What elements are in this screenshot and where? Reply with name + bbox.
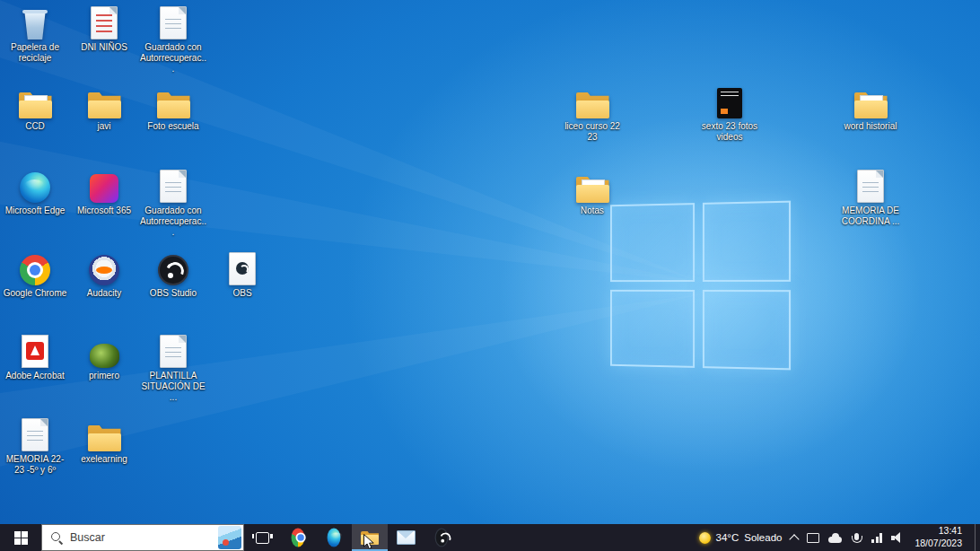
display-icon[interactable] <box>807 533 819 543</box>
desktop-icon-ccd[interactable]: CCD <box>1 84 69 132</box>
desktop-icon-label: Papelera de reciclaje <box>2 42 68 64</box>
desktop-icon-liceo-curso-22-23[interactable]: liceo curso 22 23 <box>558 84 626 143</box>
icon-glyph <box>22 334 48 368</box>
network-icon[interactable] <box>871 533 882 543</box>
cloud-icon[interactable] <box>828 537 842 543</box>
icon-glyph <box>88 417 121 451</box>
desktop-icon-google-chrome[interactable]: Google Chrome <box>1 251 69 299</box>
folder-icon <box>854 92 888 118</box>
windows-logo-icon <box>14 531 28 545</box>
taskbar-chrome-button[interactable] <box>280 524 316 551</box>
recycle-bin-icon <box>22 9 48 39</box>
taskbar-file-explorer-button[interactable] <box>352 524 388 551</box>
desktop-icon-label: javi <box>97 121 110 132</box>
desktop-icon-audacity[interactable]: Audacity <box>70 251 138 299</box>
search-icon <box>51 532 63 544</box>
file-explorer-icon <box>361 531 379 545</box>
icon-glyph <box>89 251 119 285</box>
icon-glyph <box>323 527 345 548</box>
icon-glyph <box>287 527 309 548</box>
desktop-icon-guardado-1[interactable]: Guardado con Autorrecuperac... <box>139 5 207 74</box>
icon-glyph <box>20 251 50 285</box>
taskbar-edge-button[interactable] <box>316 524 352 551</box>
desktop-icon-obs[interactable]: OBS <box>208 251 276 299</box>
windows-logo-pane <box>610 289 695 368</box>
desktop-icon-primero[interactable]: primero <box>70 334 138 381</box>
icon-glyph <box>88 84 121 118</box>
windows-flag-square <box>14 531 21 538</box>
volume-icon[interactable] <box>891 532 902 543</box>
show-desktop-button[interactable] <box>975 524 980 551</box>
taskbar-clock[interactable]: 13:41 18/07/2023 <box>911 525 966 549</box>
taskbar-mail-button[interactable] <box>388 524 424 551</box>
desktop-icon-word-historial[interactable]: word historial <box>836 84 905 132</box>
desktop-icon-dni-ninos[interactable]: DNI NIÑOS <box>70 5 138 53</box>
icon-glyph <box>717 84 742 118</box>
folder-icon <box>157 92 190 118</box>
document-icon <box>857 170 884 203</box>
icon-glyph <box>91 5 118 39</box>
sun-icon <box>699 532 711 544</box>
desktop-icon-label: PLANTILLA SITUACIÓN DE ... <box>140 371 206 402</box>
desktop-icon-label: MEMORIA 22-23 -5º y 6º <box>2 454 68 476</box>
clock-time: 13:41 <box>939 525 962 538</box>
desktop-icon-plantilla-situacion[interactable]: PLANTILLA SITUACIÓN DE ... <box>139 334 207 402</box>
icon-glyph <box>157 84 190 118</box>
desktop-icon-label: MEMORIA DE COORDINA ... <box>837 206 904 227</box>
icon-glyph <box>857 169 884 203</box>
acrobat-icon <box>22 335 48 368</box>
desktop-icon-label: Audacity <box>87 288 121 299</box>
folder-icon <box>19 92 52 118</box>
icon-glyph <box>90 169 118 203</box>
icon-glyph <box>160 334 187 368</box>
desktop[interactable]: Papelera de reciclaje DNI NIÑOS Guardado… <box>0 0 980 524</box>
desktop-icon-label: word historial <box>844 121 897 132</box>
windows-logo-pane <box>702 290 791 371</box>
icon-glyph <box>576 84 609 118</box>
desktop-icon-javi[interactable]: javi <box>70 84 138 132</box>
desktop-icon-adobe-acrobat[interactable]: Adobe Acrobat <box>1 334 69 381</box>
clock-date: 18/07/2023 <box>914 538 962 550</box>
desktop-icon-memoria-22-23[interactable]: MEMORIA 22-23 -5º y 6º <box>1 417 69 476</box>
primero-app-icon <box>90 344 119 368</box>
icon-glyph <box>160 169 187 203</box>
icon-glyph <box>22 5 48 39</box>
taskbar-obs-button[interactable] <box>424 524 459 551</box>
obs-studio-icon <box>158 255 188 285</box>
windows-logo-pane <box>702 201 791 282</box>
document-icon <box>160 170 187 203</box>
icon-glyph <box>19 84 52 118</box>
weather-temp: 34°C <box>716 532 739 543</box>
windows-wallpaper-logo <box>610 201 791 371</box>
icon-glyph <box>158 251 188 285</box>
weather-widget[interactable]: 34°C Soleado <box>699 532 783 544</box>
desktop-icon-memoria-de-coordina[interactable]: MEMORIA DE COORDINA ... <box>836 169 905 227</box>
taskbar-search-box[interactable] <box>41 524 244 551</box>
windows-flag-square <box>22 531 28 538</box>
start-button[interactable] <box>0 524 41 551</box>
desktop-icon-foto-escuela[interactable]: Foto escuela <box>139 84 207 132</box>
desktop-icon-sexto-23-fotos-videos[interactable]: sexto 23 fotos videos <box>696 84 764 143</box>
search-input[interactable] <box>68 530 213 545</box>
desktop-icon-microsoft-edge[interactable]: Microsoft Edge <box>1 169 69 216</box>
chrome-icon <box>20 255 50 285</box>
desktop-icon-obs-studio[interactable]: OBS Studio <box>139 251 207 299</box>
weather-condition: Soleado <box>744 532 782 543</box>
desktop-icon-label: exelearning <box>81 454 127 465</box>
mic-icon[interactable] <box>854 533 859 540</box>
chevron-up-icon[interactable] <box>790 534 800 544</box>
document-icon <box>91 6 118 39</box>
edge-icon <box>328 528 341 547</box>
obs-studio-icon <box>435 528 449 547</box>
desktop-icon-label: liceo curso 22 23 <box>559 121 626 143</box>
desktop-icon-microsoft-365[interactable]: Microsoft 365 <box>70 169 138 216</box>
desktop-icon-notas[interactable]: Notas <box>558 169 626 216</box>
task-view-button[interactable] <box>244 524 280 551</box>
search-highlight-image[interactable] <box>218 526 241 549</box>
desktop-icon-guardado-2[interactable]: Guardado con Autorrecuperac... <box>139 169 207 237</box>
icon-glyph <box>22 417 48 451</box>
desktop-icon-papelera-de-reciclaje[interactable]: Papelera de reciclaje <box>1 5 69 64</box>
desktop-icon-exelearning[interactable]: exelearning <box>70 417 138 465</box>
desktop-icon-label: Foto escuela <box>147 121 198 132</box>
icon-glyph <box>20 169 50 203</box>
